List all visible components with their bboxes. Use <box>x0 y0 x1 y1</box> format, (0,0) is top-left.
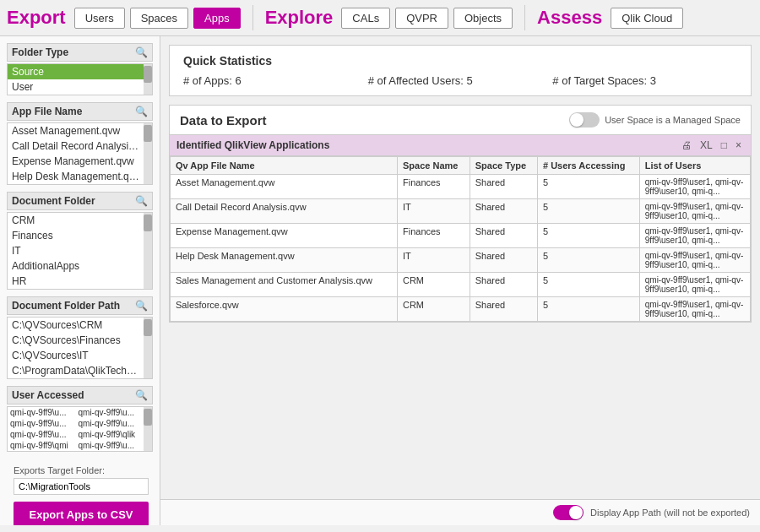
document-folder-path-search-icon[interactable]: 🔍 <box>135 300 148 312</box>
list-item[interactable]: User <box>8 79 144 95</box>
close-icon[interactable]: × <box>733 138 744 152</box>
table-row[interactable]: Expense Management.qvw Finances Shared 5… <box>171 224 751 248</box>
scrollbar-thumb <box>144 214 152 231</box>
managed-space-toggle[interactable] <box>569 112 600 128</box>
cell-space-name: Finances <box>397 224 470 248</box>
cell-space-name: IT <box>397 248 470 273</box>
list-item[interactable]: qmi-qv-9ff9\qmi <box>8 440 76 451</box>
user-accessed-header: User Accessed 🔍 <box>7 386 153 404</box>
cell-space-name: Finances <box>397 175 470 199</box>
print-icon[interactable]: 🖨 <box>679 138 694 152</box>
list-item[interactable]: qmi-qv-9ff9\u... <box>8 429 76 440</box>
user-accessed-scrollbar[interactable] <box>144 407 152 451</box>
list-item[interactable]: qmi-qv-9ff9\u... <box>8 407 76 418</box>
document-folder-search-icon[interactable]: 🔍 <box>135 195 148 207</box>
cell-space-type: Shared <box>470 248 537 273</box>
table-row[interactable]: Salesforce.qvw CRM Shared 5 qmi-qv-9ff9\… <box>171 297 751 322</box>
table-row[interactable]: Sales Management and Customer Analysis.q… <box>171 273 751 297</box>
document-folder-path-label: Document Folder Path <box>12 300 120 312</box>
table-toolbar: Identified QlikView Applications 🖨 XL □ … <box>170 135 751 156</box>
toggle-knob <box>570 113 584 127</box>
list-item[interactable]: IT <box>8 243 144 258</box>
cell-space-type: Shared <box>470 224 537 248</box>
list-item[interactable]: AdditionalApps <box>8 258 144 274</box>
table-row[interactable]: Call Detail Record Analysis.qvw IT Share… <box>171 199 751 224</box>
apps-table: Qv App File Name Space Name Space Type #… <box>170 156 751 322</box>
folder-type-list: Source User <box>7 63 153 95</box>
list-item[interactable]: C:\QVSources\IT <box>8 348 144 363</box>
tab-qlik-cloud[interactable]: Qlik Cloud <box>611 8 683 29</box>
list-item[interactable]: qmi-qv-9ff9\u... <box>76 418 144 429</box>
excel-icon[interactable]: XL <box>698 138 715 152</box>
document-folder-path-list-inner: C:\QVSources\CRM C:\QVSources\Finances C… <box>8 318 144 378</box>
folder-type-scrollbar[interactable] <box>144 64 152 95</box>
list-item[interactable]: Asset Management.qvw <box>8 123 144 138</box>
export-folder-input[interactable] <box>14 478 149 495</box>
maximize-icon[interactable]: □ <box>719 138 730 152</box>
table-row[interactable]: Help Desk Management.qvw IT Shared 5 qmi… <box>171 248 751 273</box>
list-item[interactable]: qmi-qv-9ff9\u... <box>8 418 76 429</box>
tab-qvpr[interactable]: QVPR <box>395 8 448 29</box>
list-item[interactable]: Finances <box>8 228 144 243</box>
col-users-accessing: # Users Accessing <box>537 157 639 175</box>
list-item[interactable]: Call Detail Record Analysis.qvw <box>8 138 144 154</box>
list-item[interactable]: C:\QVSources\Finances <box>8 333 144 348</box>
list-item[interactable]: Help Desk Management.qvw <box>8 169 144 184</box>
app-file-name-scrollbar[interactable] <box>144 123 152 184</box>
left-panel: Folder Type 🔍 Source User App File Name … <box>0 36 160 525</box>
divider-1 <box>252 5 253 30</box>
folder-type-list-inner: Source User <box>8 64 144 95</box>
user-accessed-label: User Accessed <box>12 389 84 401</box>
cell-users-list: qmi-qv-9ff9\user1, qmi-qv-9ff9\user10, q… <box>639 297 750 322</box>
folder-type-label: Folder Type <box>12 46 68 58</box>
display-app-path-toggle[interactable] <box>553 505 584 520</box>
col-space-type: Space Type <box>470 157 537 175</box>
tab-users[interactable]: Users <box>74 8 125 29</box>
list-item[interactable]: qmi-qv-9ff9\u... <box>76 440 144 451</box>
tab-spaces[interactable]: Spaces <box>130 8 188 29</box>
tab-cals[interactable]: CALs <box>341 8 390 29</box>
document-folder-list: CRM Finances IT AdditionalApps HR <box>7 212 153 290</box>
user-accessed-list: qmi-qv-9ff9\u... qmi-qv-9ff9\u... qmi-qv… <box>7 406 153 452</box>
toggle-container: User Space is a Managed Space <box>569 112 741 128</box>
export-apps-button[interactable]: Export Apps to CSV <box>14 502 149 525</box>
document-folder-header: Document Folder 🔍 <box>7 192 153 210</box>
cell-users-count: 5 <box>537 273 639 297</box>
list-item[interactable]: C:\ProgramData\QlikTech\Docum... <box>8 363 144 378</box>
list-item[interactable]: qmi-qv-9ff9\qlik <box>76 429 144 440</box>
table-row[interactable]: Asset Management.qvw Finances Shared 5 q… <box>171 175 751 199</box>
data-export-title: Data to Export <box>180 113 267 128</box>
document-folder-path-header: Document Folder Path 🔍 <box>7 296 153 315</box>
divider-2 <box>524 5 525 30</box>
header: Export Users Spaces Apps Explore CALs QV… <box>0 0 760 36</box>
tab-objects[interactable]: Objects <box>453 8 513 29</box>
list-item[interactable]: HR <box>8 274 144 289</box>
cell-app-name: Salesforce.qvw <box>171 297 398 322</box>
document-folder-path-scrollbar[interactable] <box>144 318 152 378</box>
cell-users-count: 5 <box>537 175 639 199</box>
app-file-name-list: Asset Management.qvw Call Detail Record … <box>7 122 153 185</box>
assess-title: Assess <box>537 7 602 29</box>
cell-users-count: 5 <box>537 248 639 273</box>
list-item[interactable]: qmi-qv-9ff9\u... <box>76 407 144 418</box>
list-item[interactable]: CRM <box>8 213 144 228</box>
document-folder-path-section: Document Folder Path 🔍 C:\QVSources\CRM … <box>7 296 153 379</box>
export-folder-label: Exports Target Folder: <box>14 465 146 475</box>
table-header-row: Qv App File Name Space Name Space Type #… <box>171 157 751 175</box>
scrollbar-thumb <box>144 125 152 142</box>
document-folder-path-list: C:\QVSources\CRM C:\QVSources\Finances C… <box>7 317 153 379</box>
cell-space-name: CRM <box>397 273 470 297</box>
user-accessed-search-icon[interactable]: 🔍 <box>135 389 148 401</box>
list-item[interactable]: Expense Management.qvw <box>8 154 144 169</box>
footer-toggle-knob <box>569 506 583 519</box>
app-file-name-search-icon[interactable]: 🔍 <box>135 106 148 117</box>
footer: Display App Path (will not be exported) <box>160 499 760 525</box>
tab-apps[interactable]: Apps <box>193 8 241 29</box>
cell-users-count: 5 <box>537 297 639 322</box>
folder-type-search-icon[interactable]: 🔍 <box>135 46 148 58</box>
document-folder-scrollbar[interactable] <box>144 213 152 289</box>
quick-stats-title: Quick Statistics <box>183 54 737 68</box>
list-item[interactable]: Source <box>8 64 144 79</box>
list-item[interactable]: C:\QVSources\CRM <box>8 318 144 333</box>
table-body: Asset Management.qvw Finances Shared 5 q… <box>171 175 751 322</box>
